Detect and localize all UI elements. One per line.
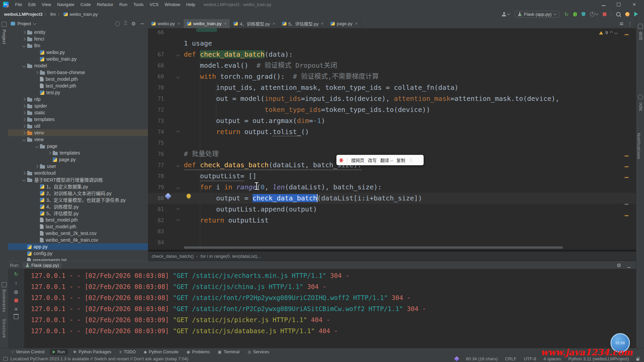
tree-arrow-expanded[interactable] xyxy=(21,179,27,181)
tree-item[interactable]: spider xyxy=(8,103,148,109)
menu-item-run[interactable]: Run xyxy=(116,0,130,9)
popup-more-icon[interactable]: ⋮ xyxy=(409,158,413,163)
tree-item[interactable]: 2、对训练输入文本进行编码.py xyxy=(8,190,148,196)
plugin-stripe-icon[interactable] xyxy=(638,95,643,100)
code-line[interactable]: 81 outputList.append(output) xyxy=(148,204,636,215)
profiler-button[interactable] xyxy=(590,12,598,16)
tree-item[interactable]: weibo_senti_8k_train.csv xyxy=(8,237,148,243)
breadcrumb-item[interactable]: llm xyxy=(50,12,56,17)
tree-arrow-collapsed[interactable] xyxy=(21,125,27,127)
menu-item-file[interactable]: File xyxy=(12,0,25,9)
tree-arrow-expanded[interactable] xyxy=(21,138,27,141)
fold-marker-icon[interactable] xyxy=(176,186,180,189)
menu-item-code[interactable]: Code xyxy=(77,0,94,9)
error-stripe-mark[interactable] xyxy=(625,177,629,178)
tree-item[interactable]: entity xyxy=(8,29,148,36)
fold-marker-icon[interactable] xyxy=(176,130,180,134)
tab-4、训练模型.py[interactable]: 4、训练模型.py× xyxy=(230,19,279,28)
code-line[interactable]: 67def check_data_batch(data): xyxy=(148,49,636,60)
tree-item[interactable]: config.py xyxy=(8,250,148,257)
error-stripe-mark[interactable] xyxy=(625,156,629,157)
fold-marker-icon[interactable] xyxy=(176,208,180,211)
tree-item[interactable]: last_model.pth xyxy=(8,223,148,230)
hide-panel-icon[interactable] xyxy=(141,23,144,24)
tab-5、评估模型.py[interactable]: 5、评估模型.py× xyxy=(279,19,327,28)
project-panel-title[interactable]: Project xyxy=(17,21,31,26)
tree-item[interactable]: llm xyxy=(8,42,148,49)
tree-item[interactable]: util xyxy=(8,123,148,129)
status-message[interactable]: Localized PyCharm 2023.1.3 is available … xyxy=(10,356,188,361)
toolwindow-todo[interactable]: ≡TODO xyxy=(117,349,139,355)
stripe-notifications-label[interactable]: Notifications xyxy=(636,133,641,159)
tree-arrow-collapsed[interactable] xyxy=(21,132,27,134)
chat-stripe-icon[interactable] xyxy=(638,24,643,29)
error-stripe-mark[interactable] xyxy=(625,34,629,35)
ai-assistant-icon[interactable] xyxy=(454,356,460,361)
tree-item[interactable]: 3、定义增量模型，也就是下游任务.py xyxy=(8,196,148,203)
code-line[interactable]: 78 outputList= [] xyxy=(148,171,636,182)
lock-icon[interactable] xyxy=(636,358,639,361)
tree-item[interactable]: view xyxy=(8,136,148,143)
code-line[interactable]: 68 model.eval() # 验证模式 Dropout关闭 xyxy=(148,60,636,71)
menu-item-window[interactable]: Window xyxy=(162,0,183,9)
popup-action-2[interactable]: 翻译 xyxy=(380,157,389,163)
tree-arrow-collapsed[interactable] xyxy=(21,172,27,174)
stripe-bookmarks-label[interactable]: Bookmarks xyxy=(2,289,6,312)
stripe-plugin-label[interactable]: 义灵 xyxy=(638,102,643,111)
tree-arrow-collapsed[interactable] xyxy=(46,152,53,154)
tree-item[interactable]: best_model.pth xyxy=(8,217,148,223)
up-stack-icon[interactable]: ↑ xyxy=(15,281,17,286)
run-button[interactable]: ↻ xyxy=(564,12,569,17)
fold-marker-icon[interactable] xyxy=(176,53,180,56)
tree-item[interactable]: 1、自定义数据集.py xyxy=(8,183,148,190)
assistant-play-icon[interactable] xyxy=(634,12,638,16)
toolwindow-version-control[interactable]: ⑂Version Control xyxy=(9,349,47,355)
code-with-me-icon[interactable] xyxy=(625,12,630,16)
popup-action-0[interactable]: 搜网页 xyxy=(351,157,364,163)
toolwindow-python-console[interactable]: ◆Python Console xyxy=(141,349,181,355)
code-line[interactable]: 73 output = out.argmax(dim=-1) xyxy=(148,115,636,126)
user-menu-button[interactable] xyxy=(502,12,510,16)
tree-item[interactable]: fenci xyxy=(8,36,148,42)
tree-item[interactable]: last_model.pth xyxy=(8,82,148,89)
tree-item[interactable]: user xyxy=(8,163,148,170)
tree-item[interactable]: static xyxy=(8,109,148,116)
code-line[interactable]: 74 return output.tolist_() xyxy=(148,126,636,137)
popup-action-1[interactable]: 改写 xyxy=(368,157,377,163)
run-settings-icon[interactable]: ⚙ xyxy=(14,290,18,295)
stop-icon[interactable] xyxy=(14,299,18,302)
tab-weibo.py[interactable]: weibo.py× xyxy=(148,19,183,28)
breadcrumb-item[interactable]: weibo_train.py xyxy=(69,12,98,17)
tree-item[interactable]: page.py xyxy=(8,156,148,163)
tree-item[interactable]: 基于BERT模型进行增量微调训练 xyxy=(8,176,148,183)
stripe-structure-label[interactable]: Structure xyxy=(2,319,6,338)
tree-item[interactable]: wordcloud xyxy=(8,170,148,176)
tree-arrow-expanded[interactable] xyxy=(21,65,27,67)
locate-file-icon[interactable] xyxy=(115,21,120,26)
tree-item[interactable]: templates xyxy=(8,116,148,123)
status-segment-1[interactable]: CRLF xyxy=(505,356,517,361)
stripe-chat-label[interactable]: 会话 xyxy=(638,32,643,40)
code-line[interactable]: 1 usage xyxy=(148,38,636,49)
close-button-icon[interactable]: ✕ xyxy=(632,2,637,7)
clear-console-icon[interactable] xyxy=(14,315,18,319)
error-stripe-mark[interactable] xyxy=(625,166,629,167)
code-line[interactable]: 69 with torch.no_grad(): # 验证模式,不需要梯度计算 xyxy=(148,71,636,82)
tree-item[interactable]: weibo_senti_2k_test.csv xyxy=(8,230,148,237)
run-configuration-select[interactable]: Flask (app.py) xyxy=(515,11,559,18)
code-line[interactable]: 66 xyxy=(148,28,636,38)
popup-action-3[interactable]: 复制 xyxy=(396,157,405,163)
code-line[interactable]: 82 return outputList xyxy=(148,215,636,226)
error-stripe-mark[interactable] xyxy=(625,215,629,216)
error-stripe-mark[interactable] xyxy=(625,204,629,205)
status-segment-0[interactable]: 80:34 (16 chars) xyxy=(466,356,498,361)
intention-bulb-icon[interactable] xyxy=(186,194,191,198)
fold-marker-icon[interactable] xyxy=(176,164,180,167)
tree-item[interactable]: venv xyxy=(8,129,148,136)
fold-marker-icon[interactable] xyxy=(176,75,180,78)
split-editor-icon[interactable] xyxy=(620,22,623,25)
minimize-button-icon[interactable] xyxy=(602,3,605,6)
inspections-widget[interactable]: 9 xyxy=(599,30,617,35)
close-tab-icon[interactable]: × xyxy=(177,21,180,26)
toolwindow-terminal[interactable]: ▣Terminal xyxy=(215,349,242,355)
